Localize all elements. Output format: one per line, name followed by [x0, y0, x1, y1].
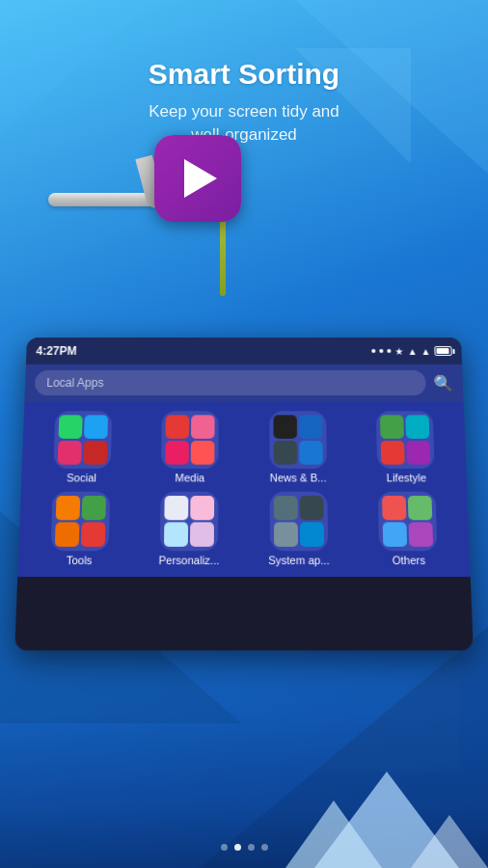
folder-systemapp[interactable]: System ap... [246, 492, 352, 566]
mini-app-2 [191, 415, 215, 439]
mini-app-2 [299, 496, 323, 520]
mini-app-2 [81, 496, 105, 520]
status-icons: ★ ▲ ▲ [371, 345, 451, 356]
mini-app-1 [58, 415, 82, 439]
mini-app-3 [164, 522, 188, 547]
page-dot-2[interactable] [234, 844, 241, 851]
sub-title: Keep your screen tidy and well-organized [0, 100, 488, 147]
mini-app-4 [409, 522, 434, 547]
play-button[interactable] [154, 135, 241, 222]
play-icon [184, 159, 217, 198]
folder-label-social: Social [29, 472, 134, 483]
iceberg-medium [285, 800, 382, 868]
mini-app-4 [406, 441, 430, 465]
mini-app-1 [274, 496, 298, 520]
signal-dot-3 [387, 349, 391, 353]
signal-icon: ▲ [420, 345, 430, 356]
mini-app-2 [299, 415, 323, 439]
folder-icon-systemapp [269, 492, 328, 551]
mini-app-2 [84, 415, 108, 439]
background: Smart Sorting Keep your screen tidy and … [0, 0, 488, 868]
folder-icon-personalize [160, 492, 219, 551]
mini-app-2 [408, 496, 433, 520]
mini-app-4 [83, 441, 107, 465]
mini-app-4 [81, 522, 106, 547]
folder-label-news: News & B... [246, 472, 350, 483]
mini-app-3 [381, 441, 405, 465]
mini-app-2 [190, 496, 214, 520]
folder-media[interactable]: Media [138, 411, 242, 483]
battery-icon [434, 346, 451, 356]
folder-icon-others [378, 492, 438, 551]
page-dot-3[interactable] [248, 844, 255, 851]
mini-app-3 [274, 522, 298, 547]
search-bar: Local Apps 🔍 [24, 365, 463, 401]
mini-app-1 [382, 496, 406, 520]
folder-icon-media [161, 411, 219, 469]
folder-label-tools: Tools [26, 554, 132, 566]
folder-news[interactable]: News & B... [246, 411, 350, 483]
mini-app-3 [383, 522, 408, 547]
folder-label-lifestyle: Lifestyle [354, 472, 459, 483]
status-time: 4:27PM [36, 344, 77, 358]
main-title: Smart Sorting [0, 58, 488, 91]
mini-app-1 [380, 415, 404, 439]
mini-app-1 [55, 496, 80, 520]
mini-app-4 [300, 522, 324, 547]
mini-app-3 [55, 522, 80, 547]
mini-app-3 [57, 441, 81, 465]
folder-others[interactable]: Others [355, 492, 462, 566]
folder-lifestyle[interactable]: Lifestyle [353, 411, 459, 483]
search-icon[interactable]: 🔍 [433, 373, 453, 392]
phone-frame: 4:27PM ★ ▲ ▲ Local Apps 🔍 [14, 338, 474, 650]
signal-dot-1 [371, 349, 375, 353]
mini-app-3 [165, 441, 189, 465]
folder-label-media: Media [138, 472, 242, 483]
signal-dot-2 [379, 349, 383, 353]
search-placeholder: Local Apps [46, 376, 104, 390]
folder-icon-tools [50, 492, 110, 551]
title-section: Smart Sorting Keep your screen tidy and … [0, 58, 488, 147]
search-input[interactable]: Local Apps [35, 370, 426, 395]
folder-tools[interactable]: Tools [26, 492, 133, 566]
page-dot-1[interactable] [221, 844, 228, 851]
mini-app-3 [273, 441, 297, 465]
mini-app-2 [406, 415, 430, 439]
folder-icon-social [53, 411, 112, 469]
folder-icon-news [269, 411, 327, 469]
folder-label-others: Others [356, 554, 462, 566]
mini-app-4 [190, 522, 214, 547]
folder-social[interactable]: Social [29, 411, 135, 483]
app-grid: Social Media New [17, 401, 471, 577]
folder-personalize[interactable]: Personaliz... [136, 492, 242, 566]
mini-app-1 [166, 415, 190, 439]
folder-label-systemapp: System ap... [246, 554, 352, 566]
iceberg-small [411, 815, 488, 868]
bluetooth-icon: ★ [394, 345, 403, 356]
mini-app-4 [299, 441, 323, 465]
page-dot-4[interactable] [261, 844, 268, 851]
mini-app-1 [165, 496, 189, 520]
mini-app-1 [273, 415, 297, 439]
folder-icon-lifestyle [376, 411, 435, 469]
folder-label-personalize: Personaliz... [136, 554, 242, 566]
page-dots [0, 844, 488, 851]
mini-app-4 [191, 441, 215, 465]
wifi-icon: ▲ [407, 345, 417, 356]
